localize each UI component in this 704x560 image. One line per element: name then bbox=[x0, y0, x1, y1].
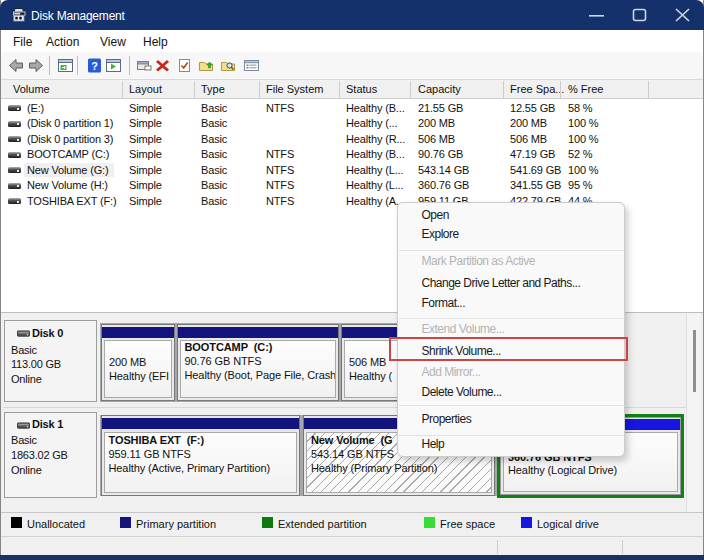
svg-text:?: ? bbox=[91, 60, 98, 72]
